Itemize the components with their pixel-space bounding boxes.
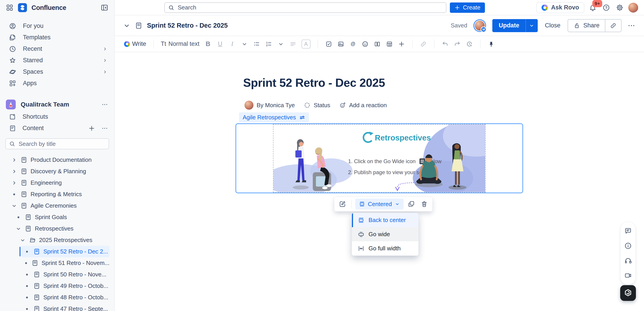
menu-item-go-wide[interactable]: Go wide [352,227,418,241]
tree-item[interactable]: Sprint 47 Retro - Septe... [21,303,110,311]
global-search-input[interactable] [164,2,446,13]
menu-item-label: Back to center [368,216,406,224]
tree-item[interactable]: Engineering [8,177,110,188]
selected-media-block[interactable]: Retrospectives 1. Click on the Go Wide i… [236,123,523,193]
chevron-right-icon[interactable] [11,157,17,163]
bullet-list-button[interactable] [251,38,262,50]
edit-media-button[interactable] [337,199,348,210]
rovo-agent-button[interactable] [620,285,636,301]
add-content-button[interactable] [88,125,95,132]
collaborator-avatar[interactable]: M [475,21,485,30]
tree-item[interactable]: Reporting & Metrics [8,188,110,200]
author[interactable]: By Monica Tye [244,101,295,110]
help-button[interactable]: ? [601,3,611,12]
space-header[interactable]: Qualitrack Team [0,98,114,111]
tree-item[interactable]: Sprint 49 Retro - Octob... [21,280,110,292]
tree-item-selected[interactable]: Sprint 52 Retro - Dec 2... [21,246,110,257]
layouts-button[interactable] [372,38,383,50]
emoji-button[interactable] [360,38,370,50]
italic-button[interactable]: I [227,38,238,50]
tree-item[interactable]: Sprint Goals [12,212,110,223]
copy-link-button[interactable] [605,20,621,32]
page-more-button[interactable] [627,22,636,30]
history-button[interactable] [464,38,475,50]
insert-link-button[interactable] [418,38,429,50]
sidebar-item-templates[interactable]: Templates [0,32,114,43]
page-title[interactable]: Sprint 52 Retro - Dec 2025 [243,76,523,90]
sidebar-item-starred[interactable]: Starred [0,54,114,66]
app-grid-icon [6,4,14,12]
sidebar-item-shortcuts[interactable]: Shortcuts [0,111,114,122]
add-reaction[interactable]: Add a reaction [339,102,387,109]
app-switcher-button[interactable] [6,4,14,12]
menu-item-back-to-center[interactable]: Back to center [352,213,418,227]
sidebar-item-recent[interactable]: Recent [0,43,114,54]
pin-toolbar-button[interactable] [486,38,496,50]
insert-image-button[interactable] [336,38,346,50]
tree-item[interactable]: Sprint 51 Retro - Novem... [21,257,110,269]
sidebar-item-content[interactable]: Content [0,122,114,134]
tree-item[interactable]: Agile Ceremonies [8,200,110,212]
page-info-button[interactable] [624,242,632,250]
agile-retrospectives-macro[interactable]: Agile Retrospectives [239,112,309,122]
list-more-button[interactable] [276,38,286,50]
text-color-button[interactable]: A [300,38,312,50]
chevron-down-icon[interactable] [20,237,26,243]
tree-item[interactable]: Sprint 48 Retro - Octob... [21,292,110,303]
chevron-right-icon[interactable] [11,168,17,174]
text-style-dropdown[interactable]: Tt Normal text [159,38,201,50]
undo-button[interactable] [440,38,450,50]
collapse-sidebar-button[interactable] [100,4,108,12]
tree-item[interactable]: Retrospectives [12,223,110,234]
layout-wide-icon [358,231,364,238]
tree-item[interactable]: Product Documentation [8,154,110,166]
chevron-down-icon [394,201,400,207]
create-button[interactable]: Create [450,2,485,13]
tree-item[interactable]: 2025 Retrospectives [17,234,110,246]
mention-button[interactable]: @ [348,38,358,50]
chevron-down-icon[interactable] [11,203,17,209]
insert-more-button[interactable] [396,38,407,50]
editor-canvas[interactable]: Sprint 52 Retro - Dec 2025 By Monica Tye… [114,52,644,311]
tree-item[interactable]: Discovery & Planning [8,166,110,177]
collapse-title-button[interactable] [123,22,131,30]
share-button[interactable]: Share [568,20,605,32]
close-button[interactable]: Close [545,22,560,29]
rovo-write-button[interactable]: Write [122,38,148,50]
sidebar-item-spaces[interactable]: Spaces [0,66,114,78]
space-more-button[interactable] [101,101,108,108]
rovo-voice-button[interactable] [624,257,632,264]
content-more-button[interactable] [101,125,108,132]
task-button[interactable] [323,38,334,50]
copy-media-button[interactable] [406,199,416,210]
alignment-button[interactable] [288,38,298,50]
sidebar-item-for-you[interactable]: For you [0,20,114,32]
sidebar-item-apps[interactable]: Apps [0,78,114,89]
comments-button[interactable] [624,227,632,235]
table-button[interactable] [384,38,395,50]
add-shortcut-icon [9,113,16,120]
notifications-button[interactable]: 9+ [588,3,598,12]
chevron-down-icon[interactable] [15,226,22,232]
redo-button[interactable] [452,38,463,50]
history-icon [466,41,473,48]
tree-item[interactable]: Sprint 50 Retro - Nove... [21,269,110,280]
underline-button[interactable]: U [215,38,226,50]
numbered-list-button[interactable]: 12 [263,38,274,50]
delete-media-button[interactable] [419,199,430,210]
layout-dropdown-button[interactable]: Centered [355,199,404,210]
chevron-right-icon[interactable] [11,180,17,186]
retrospectives-image[interactable]: Retrospectives 1. Click on the Go Wide i… [273,124,486,192]
byline: By Monica Tye Status Add a reaction [244,101,523,110]
record-video-button[interactable] [624,272,632,279]
ask-rovo-button[interactable]: Ask Rovo [536,2,584,13]
tree-search-input[interactable] [6,138,109,149]
user-avatar[interactable] [628,3,638,12]
text-format-more-button[interactable] [239,38,250,50]
update-options-button[interactable] [526,19,538,32]
settings-button[interactable] [615,3,625,12]
menu-item-go-full-width[interactable]: Go full width [352,241,418,256]
update-button[interactable]: Update [492,19,526,32]
bold-button[interactable]: B [203,38,214,50]
status-chip[interactable]: Status [304,102,330,109]
